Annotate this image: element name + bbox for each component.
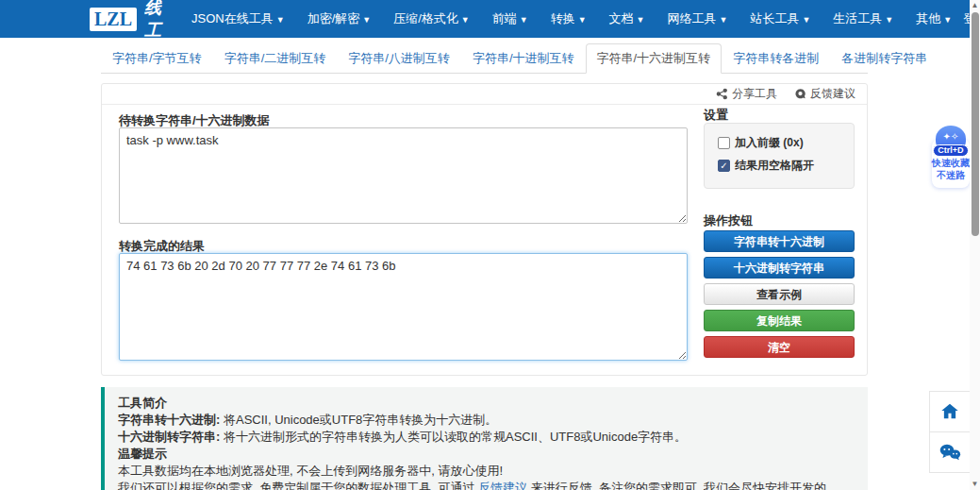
- nav-item-network[interactable]: 网络工具: [656, 10, 739, 27]
- scrollbar-up-arrow[interactable]: ▲: [970, 0, 980, 11]
- tab-bases-to-string[interactable]: 各进制转字符串: [830, 43, 938, 74]
- chevron-down-icon: [276, 15, 285, 25]
- nav-item-docs[interactable]: 文档: [598, 10, 656, 27]
- feedback-link[interactable]: 反馈建议: [794, 86, 855, 102]
- nav-item-compress[interactable]: 压缩/格式化: [382, 10, 481, 27]
- settings-box: 加入前缀 (0x) 结果用空格隔开: [704, 123, 855, 189]
- scrollbar-down-arrow[interactable]: ▼: [970, 479, 980, 490]
- page: LZL 在线工具 JSON在线工具 加密/解密 压缩/格式化 前端 转换 文档 …: [0, 0, 980, 490]
- tab-string-to-bases[interactable]: 字符串转各进制: [722, 43, 830, 74]
- tip-line-1: 本工具数据均在本地浏览器处理, 不会上传到网络服务器中, 请放心使用!: [118, 463, 855, 480]
- tool-panel: 分享工具 反馈建议 待转换字符串/十六进制数据 task -p www.task…: [101, 83, 868, 376]
- panel-header: 分享工具 反馈建议: [102, 84, 867, 105]
- checkbox-add-prefix[interactable]: [718, 137, 730, 149]
- share-tool-link[interactable]: 分享工具: [716, 86, 777, 102]
- chevron-down-icon: [943, 15, 952, 25]
- nav-item-webmaster[interactable]: 站长工具: [739, 10, 822, 27]
- tab-string-octal[interactable]: 字符串/八进制互转: [337, 43, 461, 74]
- chevron-down-icon: [520, 15, 528, 25]
- intro-line-1: 字符串转十六进制: 将ASCII, Unicode或UTF8字符串转换为十六进制…: [118, 412, 855, 429]
- bookmark-hint-line2: 不迷路: [930, 169, 972, 181]
- navbar: LZL 在线工具 JSON在线工具 加密/解密 压缩/格式化 前端 转换 文档 …: [0, 0, 970, 38]
- output-textarea[interactable]: 74 61 73 6b 20 2d 70 20 77 77 77 2e 74 6…: [119, 253, 688, 361]
- bookmark-hint-line1: 快速收藏: [930, 157, 972, 169]
- intro-line-2: 十六进制转字符串: 将十六进制形式的字符串转换为人类可以读取的常规ASCII、U…: [118, 429, 855, 446]
- wechat-icon: [938, 443, 961, 462]
- chevron-down-icon: [362, 15, 371, 25]
- tab-string-hex[interactable]: 字符串/十六进制互转: [586, 43, 723, 74]
- action-buttons: 字符串转十六进制 十六进制转字符串 查看示例 复制结果 清空: [704, 230, 855, 363]
- nav-item-other[interactable]: 其他: [905, 10, 963, 27]
- nav-item-encrypt[interactable]: 加密/解密: [296, 10, 383, 27]
- actions-title: 操作按钮: [704, 212, 753, 229]
- page-scrollbar[interactable]: ▲ ▼: [970, 0, 980, 490]
- ctrl-d-key-label: Ctrl+D: [933, 144, 969, 157]
- share-icon: [716, 88, 728, 100]
- nav-item-convert[interactable]: 转换: [540, 10, 598, 27]
- nav-item-json[interactable]: JSON在线工具: [180, 10, 296, 27]
- logo-badge: LZL: [90, 8, 137, 31]
- nav-menu: JSON在线工具 加密/解密 压缩/格式化 前端 转换 文档 网络工具 站长工具…: [180, 10, 963, 27]
- chevron-down-icon: [578, 15, 587, 25]
- option-space-separator[interactable]: 结果用空格隔开: [718, 158, 854, 174]
- side-buttons: [929, 391, 971, 473]
- tab-string-byte[interactable]: 字符串/字节互转: [101, 43, 213, 74]
- copy-result-button[interactable]: 复制结果: [704, 310, 855, 331]
- feedback-icon: [794, 88, 806, 100]
- hex-to-string-button[interactable]: 十六进制转字符串: [704, 257, 855, 279]
- tab-string-decimal[interactable]: 字符串/十进制互转: [461, 43, 586, 74]
- view-example-button[interactable]: 查看示例: [704, 283, 855, 305]
- chevron-down-icon: [885, 15, 893, 25]
- bookmark-hint-badge: ✦✧ Ctrl+D 快速收藏 不迷路: [930, 126, 972, 181]
- string-to-hex-button[interactable]: 字符串转十六进制: [704, 230, 855, 252]
- intro-title: 工具简介: [118, 395, 855, 412]
- tool-intro-section: 工具简介 字符串转十六进制: 将ASCII, Unicode或UTF8字符串转换…: [101, 387, 868, 490]
- chevron-down-icon: [461, 15, 470, 25]
- chevron-down-icon: [719, 15, 727, 25]
- tips-title: 温馨提示: [118, 446, 855, 463]
- chevron-down-icon: [802, 15, 810, 25]
- tool-tabs: 字符串/字节互转 字符串/二进制互转 字符串/八进制互转 字符串/十进制互转 字…: [101, 43, 868, 74]
- feedback-inline-link[interactable]: 反馈建议: [478, 481, 527, 490]
- tip-line-2: 我们还可以根据您的需求, 免费定制属于您的数据处理工具, 可通过 反馈建议 来进…: [118, 480, 855, 490]
- checkbox-space-separator[interactable]: [718, 160, 730, 172]
- home-button[interactable]: [929, 391, 971, 432]
- clear-button[interactable]: 清空: [704, 336, 855, 358]
- input-textarea[interactable]: task -p www.task: [119, 127, 688, 224]
- settings-title: 设置: [704, 107, 728, 124]
- wechat-button[interactable]: [929, 431, 971, 473]
- tab-string-binary[interactable]: 字符串/二进制互转: [213, 43, 338, 74]
- home-icon: [939, 401, 960, 422]
- nav-item-life[interactable]: 生活工具: [822, 10, 905, 27]
- scrollbar-thumb[interactable]: [972, 12, 979, 236]
- option-add-prefix[interactable]: 加入前缀 (0x): [718, 135, 854, 151]
- nav-item-frontend[interactable]: 前端: [481, 10, 540, 27]
- chevron-down-icon: [637, 15, 645, 25]
